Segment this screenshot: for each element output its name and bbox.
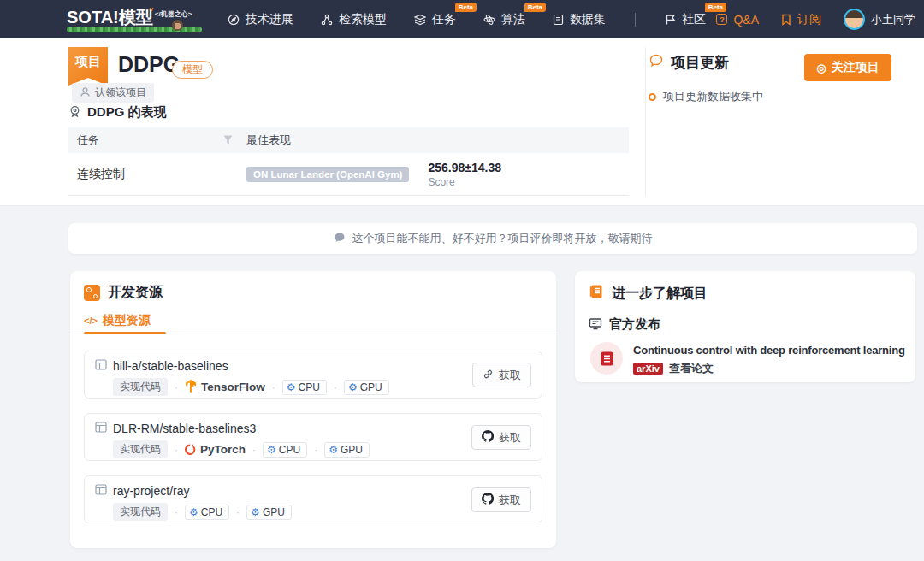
gpu-chip: ⚙GPU [344, 380, 389, 395]
score-metric: Score [428, 176, 501, 188]
dev-resources-card: 开发资源 </> 模型资源 hill-a/stable-baselines 实现… [70, 271, 556, 548]
repo-card: hill-a/stable-baselines 实现代码 · TensorFlo… [84, 351, 542, 399]
status-ring-icon [649, 93, 656, 101]
cpu-chip: ⚙CPU [263, 442, 307, 458]
score-value: 256.98±14.38 [428, 161, 501, 174]
nav-item-algorithms[interactable]: 算法 Beta [483, 12, 525, 27]
layers-icon [414, 14, 426, 26]
nodes-icon [321, 14, 333, 26]
paper-doc-icon [590, 342, 623, 375]
gear-icon: ⚙ [329, 445, 338, 455]
beta-badge: Beta [524, 3, 546, 12]
gear-icon: ⚙ [251, 507, 260, 517]
gear-icon: ⚙ [189, 507, 198, 517]
code-icon: </> [84, 316, 98, 326]
nav-item-subscribe[interactable]: 订阅 [781, 12, 821, 27]
get-repo-button[interactable]: 获取 [472, 363, 531, 387]
gear-icon: ⚙ [348, 382, 358, 393]
paper-info: Continuous control with deep reinforceme… [633, 342, 905, 376]
brand-text: SOTA!模型 [67, 8, 153, 27]
logo[interactable]: SOTA!模型 v</机器之心> [67, 8, 202, 32]
implementation-badge: 实现代码 [113, 378, 168, 396]
table-row: 连续控制 ON Lunar Lander (OpenAI Gym) 256.98… [68, 153, 629, 196]
gpu-chip: ⚙GPU [246, 505, 292, 520]
performance-section-title: DDPG 的表现 [68, 104, 167, 121]
medal-icon [68, 105, 81, 121]
brand-superscript: v</机器之心> [155, 9, 192, 19]
repo-link[interactable]: hill-a/stable-baselines [113, 359, 228, 373]
tabs-divider [70, 334, 556, 334]
nav-item-community[interactable]: 社区 Beta [665, 12, 706, 27]
arxiv-badge[interactable]: arXiv [633, 363, 663, 375]
brand-accent: v [150, 5, 153, 13]
framework-tensorflow: TensorFlow [185, 380, 265, 395]
compass-icon [228, 14, 240, 26]
flag-icon [665, 14, 676, 26]
repo-link[interactable]: ray-project/ray [113, 484, 189, 498]
official-release-title: 官方发布 [589, 316, 660, 333]
performance-table: 任务 最佳表现 连续控制 ON Lunar Lander (OpenAI Gym… [68, 127, 629, 196]
project-ribbon: 项目 [68, 47, 108, 86]
evaluation-notice: 这个项目能不能用、好不好用？项目评价即将开放，敬请期待 [68, 223, 917, 254]
follow-project-button[interactable]: ◎ 关注项目 [804, 54, 891, 81]
page: SOTA!模型 v</机器之心> 技术进展 检索模型 任务 Beta [0, 0, 924, 561]
user-name: 小土同学 [871, 12, 915, 27]
repo-link[interactable]: DLR-RM/stable-baselines3 [113, 422, 256, 435]
repo-grid-icon [95, 483, 107, 499]
learn-more-title: 进一步了解项目 [589, 284, 708, 303]
cpu-chip: ⚙CPU [282, 380, 327, 395]
tab-model-resources[interactable]: </> 模型资源 [84, 313, 151, 328]
gear-icon: ⚙ [287, 382, 296, 393]
claim-project-button[interactable]: 认领该项目 [72, 83, 154, 103]
repo-card: ray-project/ray 实现代码 · ⚙CPU · ⚙GPU 获取 [84, 475, 542, 523]
repo-grid-icon [95, 421, 107, 436]
link-icon [483, 369, 494, 382]
github-icon [482, 493, 494, 507]
get-repo-button[interactable]: 获取 [471, 487, 531, 512]
repo-card: DLR-RM/stable-baselines3 实现代码 · PyTorch … [84, 413, 542, 461]
dev-resources-title: 开发资源 [84, 284, 163, 302]
cpu-chip: ⚙CPU [185, 505, 229, 520]
page-title: DDPG [118, 52, 180, 77]
book-icon [553, 14, 564, 26]
repo-grid-icon [95, 358, 107, 374]
comment-icon [334, 232, 346, 246]
env-badge[interactable]: ON Lunar Lander (OpenAI Gym) [246, 167, 409, 182]
view-paper-link[interactable]: 查看论文 [669, 361, 714, 376]
tensorflow-icon [185, 380, 197, 395]
project-header: 项目 DDPG 模型 认领该项目 DDPG 的表现 任务 最佳表现 连续控制 O… [0, 38, 924, 205]
updates-section-title: 项目更新 [649, 53, 729, 73]
avatar [844, 9, 865, 30]
gpu-chip: ⚙GPU [324, 442, 370, 458]
paper-title[interactable]: Continuous control with deep reinforceme… [633, 344, 905, 357]
framework-pytorch: PyTorch [185, 442, 246, 458]
section-divider [645, 47, 646, 197]
learn-more-card: 进一步了解项目 官方发布 Continuous control with dee… [575, 271, 915, 382]
beta-badge: Beta [455, 3, 477, 12]
user-menu[interactable]: 小土同学 [844, 9, 915, 30]
table-header: 任务 最佳表现 [68, 127, 629, 153]
task-cell[interactable]: 连续控制 [68, 167, 246, 182]
get-repo-button[interactable]: 获取 [471, 425, 531, 450]
nav-item-qa[interactable]: ? Q&A [716, 13, 759, 27]
implementation-badge: 实现代码 [113, 440, 168, 458]
filter-icon[interactable] [223, 134, 233, 147]
pytorch-icon [185, 442, 196, 458]
beta-badge: Beta [705, 3, 726, 12]
follow-eye-icon: ◎ [816, 62, 826, 74]
updates-status: 项目更新数据收集中 [649, 89, 763, 104]
nav-item-progress[interactable]: 技术进展 [228, 12, 293, 27]
notice-text: 这个项目能不能用、好不好用？项目评价即将开放，敬请期待 [352, 231, 653, 246]
column-task: 任务 [77, 133, 99, 148]
monitor-icon [589, 317, 602, 333]
nav-item-search-models[interactable]: 检索模型 [321, 12, 387, 27]
column-best: 最佳表现 [246, 133, 291, 148]
implementation-badge: 实现代码 [113, 503, 168, 521]
paper-item[interactable]: Continuous control with deep reinforceme… [590, 342, 905, 376]
bookmark-icon [781, 14, 791, 26]
nav-menu: 技术进展 检索模型 任务 Beta 算法 Beta 数据集 [228, 12, 706, 27]
nav-item-datasets[interactable]: 数据集 [553, 12, 606, 27]
nav-item-tasks[interactable]: 任务 Beta [414, 12, 456, 27]
person-icon [80, 86, 91, 100]
gears-app-icon [84, 285, 100, 301]
